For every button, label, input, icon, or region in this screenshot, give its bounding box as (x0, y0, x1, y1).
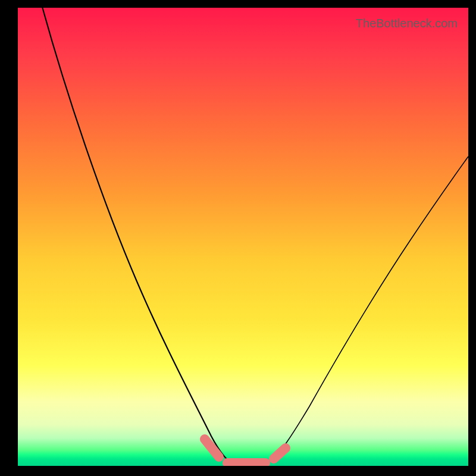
curves-svg (18, 8, 468, 466)
marker-right-rise (274, 448, 286, 459)
plot-area: TheBottleneck.com (18, 8, 468, 466)
left-curve (42, 8, 229, 461)
right-curve (271, 156, 468, 461)
marker-left-descent (205, 439, 219, 457)
chart-container: TheBottleneck.com (0, 0, 476, 476)
